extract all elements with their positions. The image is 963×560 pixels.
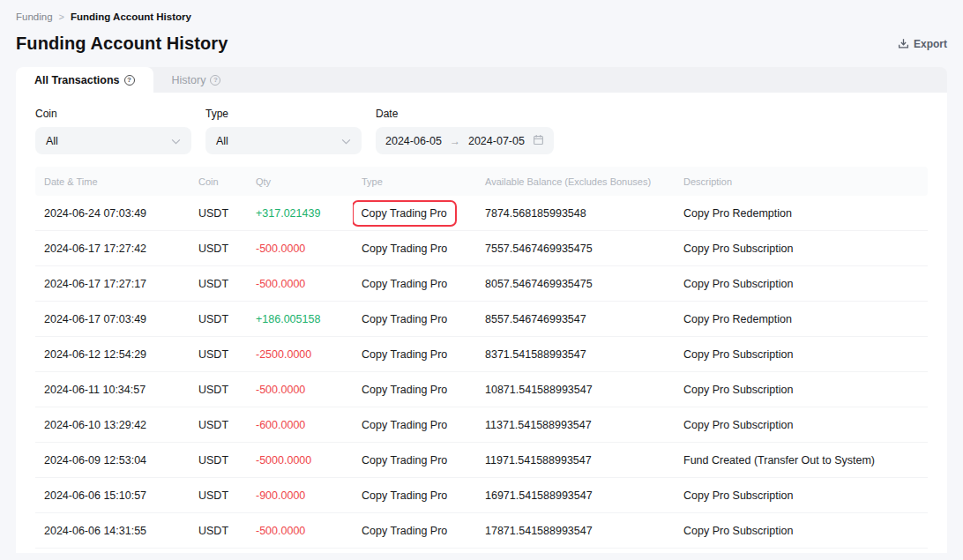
coin-select[interactable]: All	[35, 127, 191, 154]
cell-type: Copy Trading Pro	[353, 454, 476, 467]
help-icon[interactable]	[124, 75, 135, 86]
title-row: Funding Account History Export	[16, 34, 947, 54]
type-select[interactable]: All	[205, 127, 362, 154]
funding-history-page: Funding > Funding Account History Fundin…	[0, 0, 963, 553]
cell-description: Copy Pro Redemption	[675, 207, 928, 220]
coin-filter-label: Coin	[35, 108, 191, 120]
cell-balance: 8557.546746993547	[476, 313, 675, 325]
coin-filter: Coin All	[35, 108, 191, 154]
col-header-type: Type	[353, 176, 476, 187]
cell-coin: USDT	[190, 384, 247, 396]
export-icon	[898, 38, 909, 49]
cell-type: Copy Trading Pro	[353, 384, 476, 396]
cell-type: Copy Trading Pro	[353, 200, 476, 227]
cell-datetime: 2024-06-10 13:29:42	[35, 419, 190, 431]
calendar-icon	[533, 134, 544, 148]
table-row: 2024-06-10 13:29:42 USDT -600.0000 Copy …	[35, 407, 928, 443]
tab-all-transactions[interactable]: All Transactions	[16, 67, 153, 93]
chevron-right-icon: >	[59, 11, 64, 22]
col-header-description: Description	[675, 176, 928, 187]
table-row: 2024-06-12 12:54:29 USDT -2500.0000 Copy…	[35, 337, 928, 372]
cell-coin: USDT	[190, 207, 247, 220]
cell-description: Copy Pro Subscription	[675, 243, 928, 255]
table-row: 2024-06-06 15:10:57 USDT -900.0000 Copy …	[35, 478, 928, 513]
cell-qty: +186.005158	[247, 313, 353, 325]
chevron-down-icon	[341, 135, 351, 147]
cell-balance: 7557.5467469935475	[476, 243, 675, 255]
cell-qty: -5000.0000	[247, 454, 353, 467]
cell-balance: 8057.5467469935475	[476, 278, 675, 290]
export-label: Export	[914, 38, 947, 50]
tab-all-transactions-label: All Transactions	[34, 74, 120, 86]
tab-history-label: History	[172, 74, 206, 86]
cell-datetime: 2024-06-09 12:53:04	[35, 454, 190, 467]
date-range-picker[interactable]: 2024-06-05 → 2024-07-05	[376, 127, 554, 154]
type-value: Copy Trading Pro	[362, 525, 447, 537]
table-row: 2024-06-11 10:34:57 USDT -500.0000 Copy …	[35, 372, 928, 407]
cell-coin: USDT	[190, 419, 247, 431]
cell-coin: USDT	[190, 243, 247, 255]
chevron-down-icon	[171, 135, 181, 147]
transactions-table: Date & Time Coin Qty Type Available Bala…	[35, 167, 928, 549]
breadcrumb: Funding > Funding Account History	[16, 0, 947, 22]
coin-select-value: All	[46, 135, 58, 147]
cell-description: Copy Pro Subscription	[675, 419, 928, 431]
table-row: 2024-06-09 12:53:04 USDT -5000.0000 Copy…	[35, 443, 928, 478]
cell-balance: 7874.568185993548	[476, 207, 675, 220]
cell-balance: 10871.541588993547	[476, 384, 675, 396]
type-filter-label: Type	[205, 108, 362, 120]
page-title: Funding Account History	[16, 34, 228, 54]
filters: Coin All Type All Date	[35, 108, 928, 154]
table-row: 2024-06-24 07:03:49 USDT +317.021439 Cop…	[35, 196, 928, 231]
content-card: Coin All Type All Date	[16, 93, 947, 553]
cell-type: Copy Trading Pro	[353, 348, 476, 361]
tab-history[interactable]: History	[153, 67, 240, 93]
help-icon[interactable]	[210, 75, 220, 86]
cell-balance: 11971.541588993547	[476, 454, 675, 467]
cell-type: Copy Trading Pro	[353, 243, 476, 255]
type-value: Copy Trading Pro	[362, 278, 447, 290]
table-row: 2024-06-17 17:27:17 USDT -500.0000 Copy …	[35, 266, 928, 302]
cell-coin: USDT	[190, 278, 247, 290]
type-value: Copy Trading Pro	[362, 313, 447, 325]
type-value: Copy Trading Pro	[362, 348, 447, 361]
cell-description: Copy Pro Subscription	[675, 348, 928, 361]
cell-description: Copy Pro Subscription	[675, 525, 928, 537]
cell-balance: 11371.541588993547	[476, 419, 675, 431]
col-header-datetime: Date & Time	[35, 176, 190, 187]
cell-type: Copy Trading Pro	[353, 419, 476, 431]
cell-balance: 8371.541588993547	[476, 348, 675, 361]
cell-datetime: 2024-06-17 07:03:49	[35, 313, 190, 325]
cell-type: Copy Trading Pro	[353, 313, 476, 325]
type-value: Copy Trading Pro	[362, 243, 447, 255]
cell-datetime: 2024-06-06 15:10:57	[35, 489, 190, 502]
export-button[interactable]: Export	[898, 38, 947, 50]
cell-coin: USDT	[190, 454, 247, 467]
breadcrumb-link-funding[interactable]: Funding	[16, 11, 53, 22]
cell-qty: -2500.0000	[247, 348, 353, 361]
type-value: Copy Trading Pro	[362, 489, 447, 502]
type-value: Copy Trading Pro	[362, 419, 447, 431]
cell-type: Copy Trading Pro	[353, 278, 476, 290]
cell-description: Copy Pro Subscription	[675, 384, 928, 396]
cell-type: Copy Trading Pro	[353, 525, 476, 537]
date-start-value: 2024-06-05	[385, 135, 442, 147]
cell-datetime: 2024-06-12 12:54:29	[35, 348, 190, 361]
col-header-balance: Available Balance (Excludes Bonuses)	[476, 176, 675, 187]
cell-balance: 16971.541588993547	[476, 489, 675, 502]
type-filter: Type All	[205, 108, 362, 154]
breadcrumb-current: Funding Account History	[71, 11, 191, 22]
cell-balance: 17871.541588993547	[476, 525, 675, 537]
type-select-value: All	[216, 135, 228, 147]
date-end-value: 2024-07-05	[468, 135, 525, 147]
table-header: Date & Time Coin Qty Type Available Bala…	[35, 167, 928, 196]
table-body: 2024-06-24 07:03:49 USDT +317.021439 Cop…	[35, 196, 928, 549]
date-filter-label: Date	[376, 108, 554, 120]
cell-datetime: 2024-06-17 17:27:42	[35, 243, 190, 255]
table-row: 2024-06-17 07:03:49 USDT +186.005158 Cop…	[35, 302, 928, 337]
cell-coin: USDT	[190, 489, 247, 502]
cell-qty: -500.0000	[247, 278, 353, 290]
cell-qty: -500.0000	[247, 384, 353, 396]
cell-datetime: 2024-06-17 17:27:17	[35, 278, 190, 290]
cell-qty: -600.0000	[247, 419, 353, 431]
